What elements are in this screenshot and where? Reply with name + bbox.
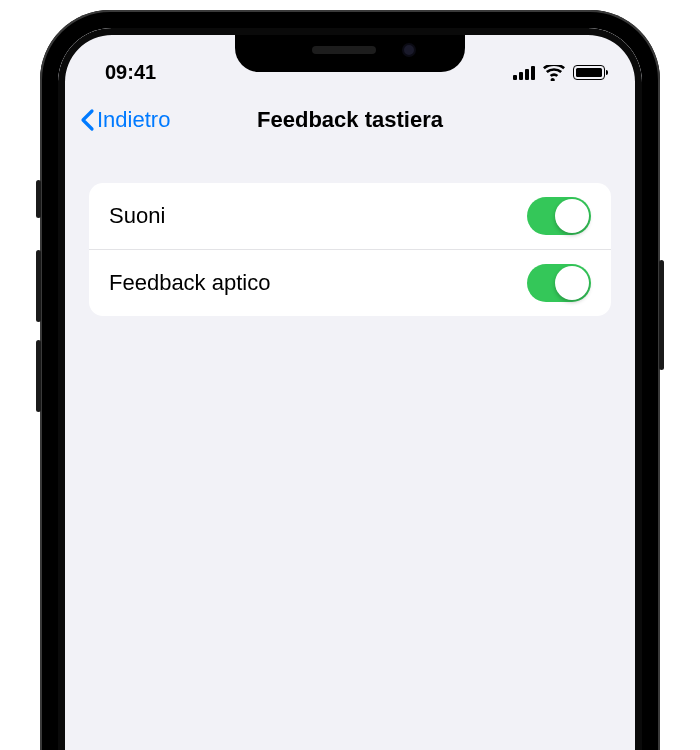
front-camera [402, 43, 416, 57]
speaker-grille [312, 46, 376, 54]
cellular-icon [513, 66, 535, 80]
setting-label: Feedback aptico [109, 270, 270, 296]
setting-row-sounds: Suoni [89, 183, 611, 249]
setting-row-haptic: Feedback aptico [89, 249, 611, 316]
setting-label: Suoni [109, 203, 165, 229]
battery-icon [573, 65, 605, 80]
navigation-bar: Indietro Feedback tastiera [65, 93, 635, 147]
back-button[interactable]: Indietro [79, 107, 170, 133]
power-button [659, 260, 664, 370]
notch [235, 28, 465, 72]
device-bezel: 09:41 [58, 28, 642, 750]
screen: 09:41 [65, 35, 635, 750]
volume-down-button [36, 340, 41, 412]
volume-up-button [36, 250, 41, 322]
status-indicators [513, 65, 605, 81]
chevron-left-icon [79, 108, 95, 132]
back-label: Indietro [97, 107, 170, 133]
settings-group: Suoni Feedback aptico [89, 183, 611, 316]
toggle-haptic[interactable] [527, 264, 591, 302]
status-time: 09:41 [105, 61, 156, 84]
wifi-icon [543, 65, 565, 81]
toggle-knob [555, 199, 589, 233]
mute-switch [36, 180, 41, 218]
toggle-sounds[interactable] [527, 197, 591, 235]
content-area: Suoni Feedback aptico [65, 147, 635, 316]
phone-frame: 09:41 [40, 10, 660, 750]
toggle-knob [555, 266, 589, 300]
